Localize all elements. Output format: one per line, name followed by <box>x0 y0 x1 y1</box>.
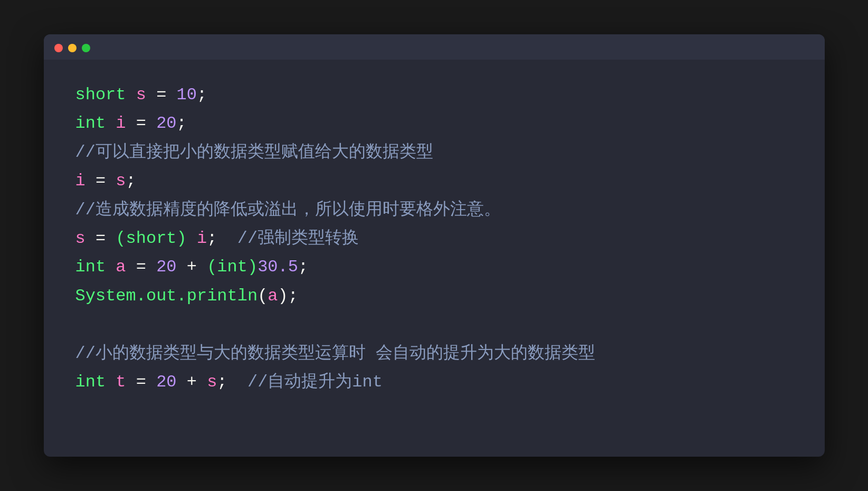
code-line-1: short s = 10; <box>75 81 793 109</box>
code-line-7: int a = 20 + (int)30.5; <box>75 253 793 281</box>
code-line-10: int t = 20 + s; //自动提升为int <box>75 368 793 396</box>
code-line-5: //造成数据精度的降低或溢出，所以使用时要格外注意。 <box>75 196 793 224</box>
blank-line-1 <box>75 310 793 339</box>
close-button[interactable] <box>54 44 63 52</box>
titlebar <box>44 34 825 60</box>
code-line-4: i = s; <box>75 167 793 195</box>
minimize-button[interactable] <box>68 44 77 52</box>
code-line-9: //小的数据类型与大的数据类型运算时 会自动的提升为大的数据类型 <box>75 339 793 368</box>
code-line-3: //可以直接把小的数据类型赋值给大的数据类型 <box>75 138 793 167</box>
code-window: short s = 10; int i = 20; //可以直接把小的数据类型赋… <box>44 34 825 457</box>
maximize-button[interactable] <box>82 44 90 52</box>
code-line-8: System.out.println(a); <box>75 282 793 310</box>
code-editor: short s = 10; int i = 20; //可以直接把小的数据类型赋… <box>44 60 825 428</box>
code-line-2: int i = 20; <box>75 109 793 138</box>
code-line-6: s = (short) i; //强制类型转换 <box>75 224 793 253</box>
